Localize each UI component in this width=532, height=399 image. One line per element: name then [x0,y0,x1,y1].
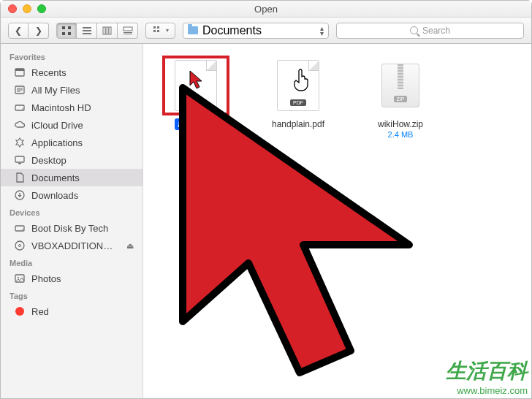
file-thumbnail: ZIP [368,57,433,114]
svg-rect-16 [157,30,159,32]
sidebar-section-tags: Tags [1,287,142,303]
svg-point-28 [19,245,21,247]
view-columns-button[interactable] [97,23,118,39]
view-mode-buttons [56,23,138,39]
svg-rect-5 [83,30,91,31]
nav-buttons: ❮ ❯ [8,23,49,39]
file-item[interactable]: PDF handplain.pdf [262,57,335,130]
svg-rect-2 [62,32,65,35]
hdd-icon [14,222,26,234]
svg-rect-4 [83,27,91,28]
sidebar-item-icloud-drive[interactable]: iCloud Drive [1,116,142,134]
chevron-right-icon: ❯ [35,26,42,36]
open-dialog-window: Open ❮ ❯ ▾ Docume [0,0,532,399]
watermark-url: www.bimeiz.com [446,385,528,396]
folder-icon [188,26,198,34]
file-thumbnail: PDF [266,57,330,114]
hand-cursor-icon [292,68,310,93]
applications-icon [14,137,26,148]
back-button[interactable]: ❮ [8,23,28,39]
grid-icon [61,25,72,37]
sidebar-section-favorites: Favorites [1,48,142,64]
search-placeholder: Search [422,26,450,36]
sidebar-item-documents[interactable]: Documents [1,169,142,186]
svg-rect-11 [123,32,132,33]
view-icon-button[interactable] [56,23,77,39]
search-icon [410,26,418,34]
list-icon [81,25,93,37]
documents-icon [14,172,26,183]
sidebar-item-desktop[interactable]: Desktop [1,151,142,169]
svg-rect-6 [83,33,91,34]
file-size: 2.4 MB [364,130,437,139]
sidebar-item-all-my-files[interactable]: All My Files [1,81,142,99]
arrow-cursor-icon [189,69,205,91]
toolbar: ❮ ❯ ▾ Documents ▴▾ [1,18,531,44]
file-browser[interactable]: PDF arrow.pdf PDF handplain.pdf [143,44,531,398]
watermark: 生活百科 www.bimeiz.com [446,357,528,396]
sidebar-item-vbox[interactable]: VBOXADDITION…⏏ [1,237,142,254]
desktop-icon [14,154,26,166]
location-label: Documents [202,24,262,37]
sidebar-section-media: Media [1,254,142,270]
svg-point-30 [18,277,19,278]
downloads-icon [14,189,26,201]
sidebar-item-photos[interactable]: Photos [1,270,142,287]
grid-small-icon [152,25,164,37]
arrange-button[interactable]: ▾ [145,23,175,39]
file-item[interactable]: ZIP wikiHow.zip 2.4 MB [364,57,437,139]
window-title: Open [1,4,531,15]
cloud-icon [14,119,26,131]
titlebar: Open [1,1,531,18]
sidebar-item-macintosh-hd[interactable]: Macintosh HD [1,99,142,116]
all-files-icon [14,84,26,96]
recents-icon [14,66,26,78]
svg-rect-25 [15,226,24,231]
photos-icon [14,273,26,284]
search-field[interactable]: Search [336,23,524,39]
svg-rect-14 [157,26,159,28]
tag-dot-icon [14,305,26,317]
sidebar-tag-red[interactable]: Red [1,303,142,320]
sidebar-section-devices: Devices [1,204,142,219]
hdd-icon [14,102,26,113]
file-thumbnail: PDF [164,57,228,114]
svg-rect-22 [15,156,24,162]
svg-rect-7 [103,27,105,34]
coverflow-icon [122,25,134,37]
svg-rect-8 [106,27,108,34]
svg-rect-3 [68,32,71,35]
chevron-left-icon: ❮ [15,26,22,36]
sidebar-item-recents[interactable]: Recents [1,64,142,81]
svg-rect-13 [153,26,156,28]
svg-rect-9 [109,27,111,34]
columns-icon [102,25,113,37]
svg-rect-15 [153,30,156,32]
forward-button[interactable]: ❯ [28,23,49,39]
svg-rect-20 [15,105,24,110]
dialog-body: Favorites Recents All My Files Macintosh… [1,44,531,398]
location-dropdown[interactable]: Documents ▴▾ [183,23,329,39]
file-item[interactable]: PDF arrow.pdf [159,57,232,130]
view-list-button[interactable] [77,23,97,39]
svg-rect-23 [18,163,21,164]
sidebar-item-applications[interactable]: Applications [1,134,142,151]
sidebar-item-downloads[interactable]: Downloads [1,186,142,204]
chevron-down-icon: ▾ [166,27,169,34]
file-name: handplain.pdf [269,118,327,130]
eject-icon[interactable]: ⏏ [126,241,134,251]
file-name: wikiHow.zip [375,118,426,130]
updown-icon: ▴▾ [320,26,324,36]
svg-rect-18 [15,69,24,71]
sidebar: Favorites Recents All My Files Macintosh… [1,44,143,398]
file-name: arrow.pdf [175,118,216,130]
svg-point-21 [22,108,23,110]
svg-rect-10 [123,27,132,31]
sidebar-item-boot-disk[interactable]: Boot Disk By Tech [1,219,142,237]
svg-rect-12 [123,34,132,34]
svg-rect-1 [68,26,71,29]
watermark-text: 生活百科 [446,357,528,385]
svg-rect-0 [62,26,65,29]
view-coverflow-button[interactable] [118,23,138,39]
disc-icon [14,240,26,251]
